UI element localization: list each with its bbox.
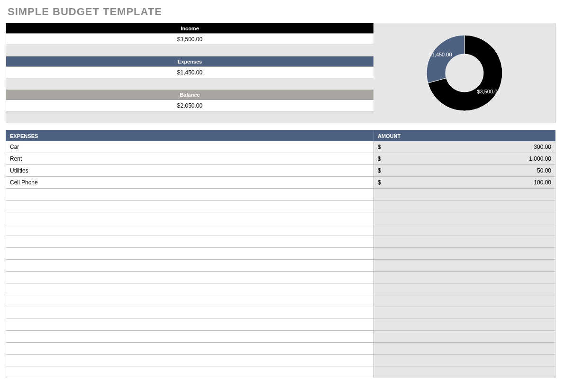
- expense-label-cell[interactable]: Rent: [6, 153, 373, 164]
- donut-hole: [446, 54, 483, 92]
- summary-balance: Balance $2,050.00: [6, 90, 373, 123]
- table-row[interactable]: [6, 189, 555, 201]
- expense-label-cell[interactable]: [6, 331, 373, 342]
- expense-label-cell[interactable]: [6, 295, 373, 307]
- expense-amount-cell[interactable]: [373, 224, 555, 236]
- balance-value[interactable]: $2,050.00: [6, 100, 373, 111]
- table-row[interactable]: Rent$1,000.00: [6, 153, 555, 165]
- expense-label-cell[interactable]: [6, 283, 373, 295]
- expense-label-cell[interactable]: [6, 212, 373, 224]
- expense-label-cell[interactable]: [6, 189, 373, 200]
- table-row[interactable]: [6, 260, 555, 272]
- expense-amount-cell[interactable]: [373, 236, 555, 247]
- expense-amount-cell[interactable]: $300.00: [373, 141, 555, 153]
- table-row[interactable]: [6, 201, 555, 212]
- table-row[interactable]: [6, 283, 555, 295]
- expense-label-cell[interactable]: [6, 201, 373, 212]
- table-row[interactable]: Utilities$50.00: [6, 165, 555, 177]
- expenses-header: Expenses: [6, 56, 373, 67]
- expense-amount-cell[interactable]: [373, 189, 555, 200]
- table-row[interactable]: Car$300.00: [6, 141, 555, 153]
- expense-amount-cell[interactable]: [373, 283, 555, 295]
- expense-amount-cell[interactable]: [373, 201, 555, 212]
- table-row[interactable]: [6, 212, 555, 224]
- expense-label-cell[interactable]: Utilities: [6, 165, 373, 176]
- table-row[interactable]: [6, 248, 555, 260]
- table-row[interactable]: [6, 236, 555, 248]
- summary-expenses: Expenses $1,450.00: [6, 56, 373, 90]
- expense-amount-cell[interactable]: [373, 260, 555, 271]
- table-row[interactable]: Cell Phone$100.00: [6, 177, 555, 189]
- expense-amount-cell[interactable]: $100.00: [373, 177, 555, 188]
- expense-amount-cell[interactable]: $1,000.00: [373, 153, 555, 164]
- table-row[interactable]: [6, 366, 555, 378]
- summary-gap: [6, 78, 373, 90]
- summary-gap: [6, 45, 373, 56]
- column-header-expenses: EXPENSES: [6, 130, 373, 141]
- expense-label-cell[interactable]: [6, 224, 373, 236]
- table-row[interactable]: [6, 355, 555, 366]
- expense-label-cell[interactable]: [6, 343, 373, 354]
- expense-label-cell[interactable]: [6, 366, 373, 378]
- donut-slice-label: $1,450.00: [428, 52, 452, 57]
- income-header: Income: [6, 23, 373, 34]
- expenses-value[interactable]: $1,450.00: [6, 67, 373, 78]
- summary-gap: [6, 111, 373, 123]
- expense-amount-cell[interactable]: [373, 307, 555, 319]
- table-row[interactable]: [6, 307, 555, 319]
- page-title: SIMPLE BUDGET TEMPLATE: [8, 6, 558, 18]
- expense-label-cell[interactable]: [6, 248, 373, 259]
- column-header-amount: AMOUNT: [373, 130, 555, 141]
- expense-amount-cell[interactable]: [373, 319, 555, 330]
- expense-amount-cell[interactable]: [373, 295, 555, 307]
- expense-label-cell[interactable]: [6, 260, 373, 271]
- table-header-row: EXPENSES AMOUNT: [6, 130, 555, 141]
- income-value[interactable]: $3,500.00: [6, 34, 373, 45]
- donut-slice-label: $3,500.00: [477, 89, 500, 94]
- expense-label-cell[interactable]: [6, 236, 373, 247]
- table-row[interactable]: [6, 272, 555, 283]
- expense-amount-cell[interactable]: [373, 212, 555, 224]
- expense-amount-cell[interactable]: $50.00: [373, 165, 555, 176]
- table-row[interactable]: [6, 319, 555, 331]
- summary-income: Income $3,500.00: [6, 23, 373, 56]
- balance-header: Balance: [6, 90, 373, 100]
- table-row[interactable]: [6, 224, 555, 236]
- expense-amount-cell[interactable]: [373, 272, 555, 283]
- table-row[interactable]: [6, 295, 555, 307]
- table-row[interactable]: [6, 331, 555, 343]
- expense-amount-cell[interactable]: [373, 366, 555, 378]
- expense-label-cell[interactable]: Car: [6, 141, 373, 153]
- expense-label-cell[interactable]: [6, 319, 373, 330]
- expense-label-cell[interactable]: [6, 307, 373, 319]
- expense-amount-cell[interactable]: [373, 343, 555, 354]
- summary-section: Income $3,500.00 Expenses $1,450.00 Bala…: [6, 23, 555, 123]
- summary-column: Income $3,500.00 Expenses $1,450.00 Bala…: [6, 23, 373, 123]
- donut-chart: $1,450.00$3,500.00: [373, 23, 555, 123]
- expense-label-cell[interactable]: [6, 272, 373, 283]
- expense-amount-cell[interactable]: [373, 331, 555, 342]
- expense-amount-cell[interactable]: [373, 355, 555, 366]
- expenses-table: EXPENSES AMOUNT Car$300.00Rent$1,000.00U…: [6, 130, 555, 378]
- expense-label-cell[interactable]: [6, 355, 373, 366]
- expense-amount-cell[interactable]: [373, 248, 555, 259]
- table-row[interactable]: [6, 343, 555, 355]
- expense-label-cell[interactable]: Cell Phone: [6, 177, 373, 188]
